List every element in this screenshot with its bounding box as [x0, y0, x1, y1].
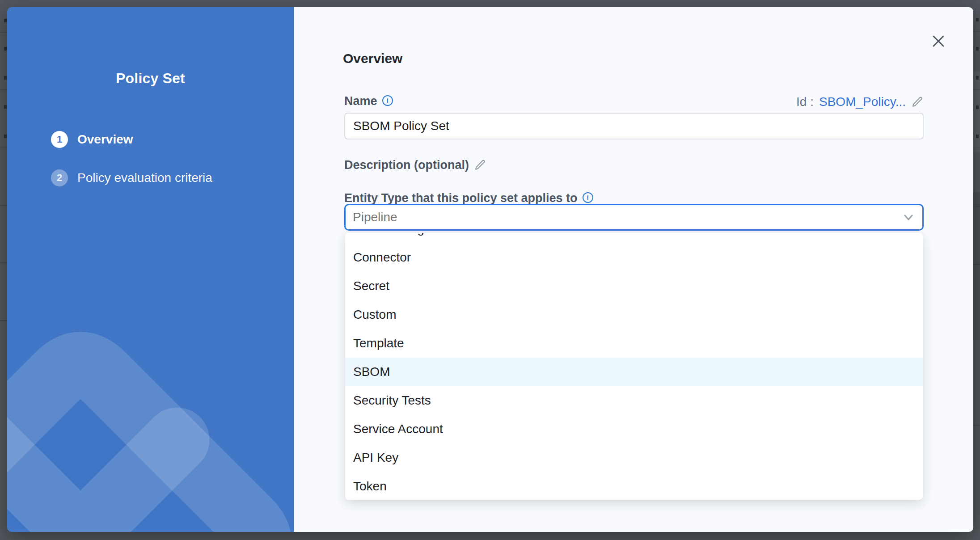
edit-id-pencil-icon[interactable] — [911, 96, 924, 108]
dropdown-option[interactable]: Token — [345, 472, 923, 500]
entity-type-label: Entity Type that this policy set applies… — [344, 191, 578, 205]
close-button[interactable] — [932, 34, 945, 48]
step-number-badge: 1 — [51, 131, 68, 148]
screen-backdrop: Policy Set 1 Overview 2 Policy evaluatio… — [0, 0, 980, 540]
backdrop-divider — [0, 320, 7, 321]
id-prefix-label: Id : — [796, 95, 814, 109]
dialog-title: Policy Set — [7, 70, 294, 87]
name-input[interactable] — [344, 113, 924, 139]
page-title: Overview — [343, 50, 402, 67]
harness-logo-watermark — [7, 249, 294, 532]
dropdown-option[interactable]: API Key — [345, 443, 923, 472]
dropdown-option[interactable]: Security Tests — [345, 386, 923, 415]
id-value-link[interactable]: SBOM_Policy... — [819, 95, 906, 109]
backdrop-shade — [973, 72, 980, 152]
backdrop-divider — [0, 262, 7, 263]
dropdown-option[interactable]: Secret — [345, 272, 923, 300]
backdrop-divider — [0, 147, 7, 148]
step-label: Policy evaluation criteria — [77, 169, 212, 186]
step-label: Overview — [77, 131, 133, 148]
backdrop-divider — [973, 31, 980, 32]
wizard-step-overview[interactable]: 1 Overview — [51, 131, 133, 148]
wizard-sidebar: Policy Set 1 Overview 2 Policy evaluatio… — [7, 7, 294, 532]
overview-form-panel: Overview Name i Id : SBOM_Policy... — [294, 7, 973, 532]
description-label: Description (optional) — [344, 158, 469, 172]
entity-type-dropdown: Feature Flag Connector Secret Custom Tem… — [345, 233, 923, 500]
entity-type-select-input[interactable] — [346, 210, 902, 224]
entity-type-option-list: Feature Flag Connector Secret Custom Tem… — [345, 233, 923, 500]
entity-type-label-row: Entity Type that this policy set applies… — [344, 191, 593, 205]
backdrop-divider — [0, 32, 7, 33]
wizard-step-policy-evaluation-criteria[interactable]: 2 Policy evaluation criteria — [51, 169, 212, 186]
dropdown-option[interactable]: Custom — [345, 300, 923, 329]
info-icon[interactable]: i — [382, 95, 393, 106]
dropdown-option[interactable]: Connector — [345, 243, 923, 272]
dropdown-option[interactable]: Service Account — [345, 415, 923, 443]
step-number-badge: 2 — [51, 169, 68, 186]
edit-description-pencil-icon[interactable] — [474, 159, 486, 171]
dropdown-option[interactable]: Feature Flag — [345, 233, 923, 243]
close-icon — [934, 36, 943, 46]
backdrop-text-fragment — [976, 18, 979, 21]
backdrop-text-fragment — [4, 19, 7, 22]
entity-type-select[interactable] — [344, 204, 924, 231]
description-label-row: Description (optional) — [344, 158, 486, 172]
chevron-down-icon — [902, 211, 915, 224]
backdrop-shade — [973, 192, 980, 340]
backdrop-divider — [973, 425, 980, 426]
dropdown-option-selected[interactable]: SBOM — [345, 358, 923, 386]
policy-set-dialog: Policy Set 1 Overview 2 Policy evaluatio… — [7, 7, 973, 532]
entity-id-row: Id : SBOM_Policy... — [796, 95, 924, 109]
dropdown-option[interactable]: Template — [345, 329, 923, 358]
name-label: Name — [344, 94, 377, 108]
backdrop-divider — [0, 205, 7, 206]
info-icon[interactable]: i — [583, 192, 593, 203]
backdrop-divider — [0, 89, 7, 90]
name-label-row: Name i — [344, 94, 393, 108]
